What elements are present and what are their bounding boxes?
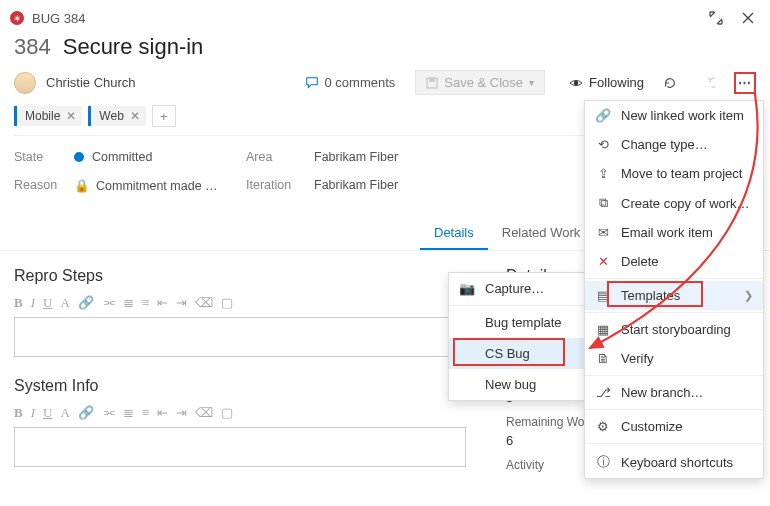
work-item-id: 384 (14, 34, 51, 60)
bold-icon[interactable]: B (14, 405, 23, 421)
refresh-icon (663, 76, 677, 90)
area-label: Area (246, 150, 302, 164)
menu-item-keyboard-shortcuts[interactable]: ⓘKeyboard shortcuts (585, 446, 763, 478)
tab-details[interactable]: Details (420, 217, 488, 250)
tag-label: Mobile (25, 109, 60, 123)
link-icon[interactable]: 🔗 (78, 405, 94, 421)
add-tag-button[interactable]: + (152, 105, 176, 127)
numbered-list-icon[interactable]: ≡ (142, 295, 149, 311)
storyboard-icon: ▦ (595, 322, 611, 337)
undo-button[interactable] (696, 71, 720, 95)
image-icon[interactable]: ▢ (221, 295, 233, 311)
tag-web[interactable]: Web ✕ (88, 106, 145, 126)
menu-item-label: Keyboard shortcuts (621, 455, 753, 470)
submenu-label: CS Bug (485, 346, 530, 361)
refresh-button[interactable] (658, 71, 682, 95)
outdent-icon[interactable]: ⇤ (157, 295, 168, 311)
italic-icon[interactable]: I (31, 405, 35, 421)
more-actions-button[interactable]: ⋯ (734, 72, 756, 94)
save-close-button[interactable]: Save & Close ▾ (415, 70, 545, 95)
menu-item-label: Email work item (621, 225, 753, 240)
underline-icon[interactable]: U (43, 405, 52, 421)
outdent-icon[interactable]: ⇤ (157, 405, 168, 421)
system-editor[interactable] (14, 427, 466, 467)
actions-dropdown: 🔗New linked work item⟲Change type…⇪Move … (584, 100, 764, 479)
indent-icon[interactable]: ⇥ (176, 295, 187, 311)
menu-item-label: Move to team project (621, 166, 753, 181)
bold-icon[interactable]: B (14, 295, 23, 311)
reason-field[interactable]: 🔒Commitment made … (74, 178, 234, 193)
templates-submenu: 📷 Capture… Bug template CS Bug New bug (448, 272, 588, 401)
delete-icon: ✕ (595, 254, 611, 269)
keyboard-icon: ⓘ (595, 453, 611, 471)
menu-item-verify[interactable]: 🗎Verify (585, 344, 763, 373)
unlink-icon[interactable]: ⫘ (102, 295, 115, 311)
submenu-capture[interactable]: 📷 Capture… (449, 273, 587, 304)
comments-button[interactable]: 0 comments (305, 75, 396, 90)
font-icon[interactable]: A (60, 295, 69, 311)
section-repro-title: Repro Steps (14, 267, 466, 285)
chevron-down-icon: ▾ (529, 77, 534, 88)
menu-item-email-work-item[interactable]: ✉Email work item (585, 218, 763, 247)
state-field[interactable]: Committed (74, 150, 234, 164)
template-icon: ▤ (595, 288, 611, 303)
tag-remove-icon[interactable]: ✕ (66, 109, 76, 123)
save-close-label: Save & Close (444, 75, 523, 90)
menu-item-start-storyboarding[interactable]: ▦Start storyboarding (585, 315, 763, 344)
chevron-right-icon: ❯ (744, 289, 753, 302)
section-system-title: System Info (14, 377, 466, 395)
indent-icon[interactable]: ⇥ (176, 405, 187, 421)
assignee-name[interactable]: Christie Church (46, 75, 136, 90)
menu-item-templates[interactable]: ▤Templates❯ (585, 281, 763, 310)
link-icon[interactable]: 🔗 (78, 295, 94, 311)
submenu-label: New bug (485, 377, 536, 392)
comments-count: 0 comments (325, 75, 396, 90)
following-button[interactable]: Following (569, 75, 644, 90)
branch-icon: ⎇ (595, 385, 611, 400)
lock-icon: 🔒 (74, 179, 90, 193)
menu-item-customize[interactable]: ⚙Customize (585, 412, 763, 441)
numbered-list-icon[interactable]: ≡ (142, 405, 149, 421)
menu-item-create-copy-of-work-item[interactable]: ⧉Create copy of work item… (585, 188, 763, 218)
submenu-cs-bug[interactable]: CS Bug (449, 338, 587, 369)
menu-item-change-type[interactable]: ⟲Change type… (585, 130, 763, 159)
submenu-new-bug[interactable]: New bug (449, 369, 587, 400)
svg-point-2 (574, 80, 578, 84)
tag-label: Web (99, 109, 123, 123)
submenu-label: Capture… (485, 281, 544, 296)
clear-format-icon[interactable]: ⌫ (195, 295, 213, 311)
bulleted-list-icon[interactable]: ≣ (123, 405, 134, 421)
bug-icon: ✶ (10, 11, 24, 25)
unlink-icon[interactable]: ⫘ (102, 405, 115, 421)
work-item-title[interactable]: Secure sign-in (63, 34, 204, 60)
font-icon[interactable]: A (60, 405, 69, 421)
fullscreen-icon[interactable] (704, 6, 728, 30)
bug-type-label: BUG 384 (32, 11, 85, 26)
comment-icon (305, 76, 319, 90)
state-dot-icon (74, 152, 84, 162)
submenu-label: Bug template (485, 315, 562, 330)
menu-item-label: New branch… (621, 385, 753, 400)
repro-editor[interactable] (14, 317, 466, 357)
state-value: Committed (92, 150, 152, 164)
clear-format-icon[interactable]: ⌫ (195, 405, 213, 421)
tag-remove-icon[interactable]: ✕ (130, 109, 140, 123)
menu-item-move-to-team-project[interactable]: ⇪Move to team project (585, 159, 763, 188)
plus-icon: + (160, 109, 168, 124)
eye-icon (569, 76, 583, 90)
submenu-bug-template[interactable]: Bug template (449, 307, 587, 338)
menu-item-label: Create copy of work item… (621, 196, 753, 211)
avatar[interactable] (14, 72, 36, 94)
menu-item-delete[interactable]: ✕Delete (585, 247, 763, 276)
menu-item-new-linked-work-item[interactable]: 🔗New linked work item (585, 101, 763, 130)
italic-icon[interactable]: I (31, 295, 35, 311)
close-icon[interactable] (736, 6, 760, 30)
mail-icon: ✉ (595, 225, 611, 240)
image-icon[interactable]: ▢ (221, 405, 233, 421)
customize-icon: ⚙ (595, 419, 611, 434)
menu-item-new-branch[interactable]: ⎇New branch… (585, 378, 763, 407)
state-label: State (14, 150, 62, 164)
tag-mobile[interactable]: Mobile ✕ (14, 106, 82, 126)
underline-icon[interactable]: U (43, 295, 52, 311)
bulleted-list-icon[interactable]: ≣ (123, 295, 134, 311)
